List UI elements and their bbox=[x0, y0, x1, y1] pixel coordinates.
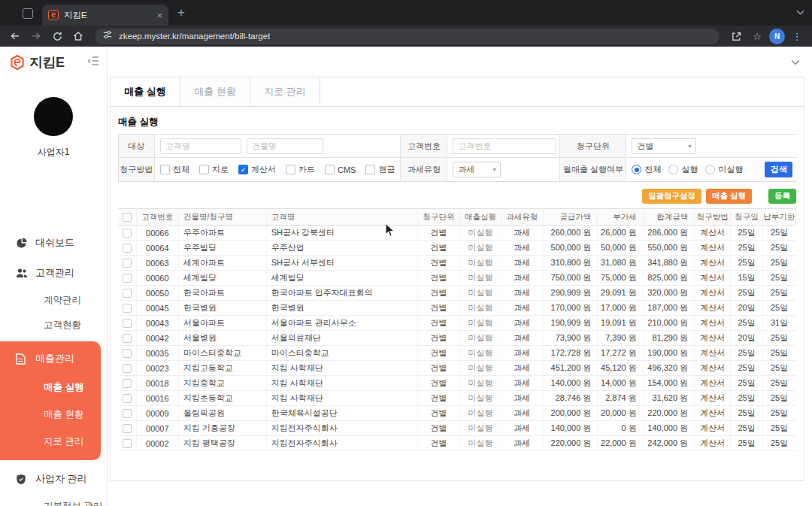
app-logo[interactable]: 지킴E bbox=[9, 53, 65, 71]
bill-unit-select[interactable]: 건별 ▾ bbox=[632, 138, 696, 154]
column-header[interactable]: 부가세 bbox=[598, 209, 643, 226]
address-bar[interactable]: zkeep.myster.kr/management/bill-target bbox=[95, 29, 720, 44]
row-checkbox[interactable] bbox=[123, 334, 132, 343]
cell-select bbox=[118, 421, 136, 436]
row-checkbox[interactable] bbox=[123, 424, 132, 433]
home-icon[interactable] bbox=[69, 28, 87, 44]
sidebar-item-basic-info[interactable]: 기본정보 관리 bbox=[0, 494, 107, 506]
filter-customer-no-cell bbox=[447, 135, 560, 158]
run-sales-button[interactable]: 매출 실행 bbox=[706, 189, 752, 204]
billing-method-checkbox[interactable]: 지로 bbox=[199, 164, 229, 175]
tab-close-icon[interactable]: × bbox=[156, 10, 162, 21]
user-avatar[interactable] bbox=[34, 97, 73, 136]
sidebar-item-sales-status[interactable]: 매출 현황 bbox=[0, 401, 101, 428]
cell-run-status: 미실행 bbox=[460, 406, 501, 421]
table-row[interactable]: 00060 세계빌딩 세계빌딩 건별 미실행 과세 750,000 원 75,0… bbox=[118, 271, 796, 286]
monthly-run-radio[interactable]: 전체 bbox=[632, 164, 661, 175]
row-checkbox[interactable] bbox=[123, 229, 132, 238]
window-icon[interactable] bbox=[23, 8, 33, 19]
browser-menu-icon[interactable]: ⋮ bbox=[788, 28, 806, 44]
refresh-icon[interactable] bbox=[48, 28, 66, 44]
column-header[interactable]: 청구단위 bbox=[417, 209, 459, 226]
table-row[interactable]: 00007 지킴 기흥공장 지킴전자주식회사 건별 미실행 과세 140,000… bbox=[118, 421, 796, 436]
column-header[interactable]: 청구방법 bbox=[695, 209, 731, 226]
tab-sales-status[interactable]: 매출 현황 bbox=[180, 77, 250, 106]
browser-tab[interactable]: e 지킴E × bbox=[42, 5, 168, 26]
table-row[interactable]: 00066 우주아파트 SH공사 강북센터 건별 미실행 과세 260,000 … bbox=[118, 226, 796, 241]
search-button[interactable]: 검색 bbox=[765, 162, 792, 177]
row-checkbox[interactable] bbox=[123, 379, 132, 388]
tax-type-select[interactable]: 과세 ▾ bbox=[453, 162, 501, 177]
forward-icon[interactable] bbox=[27, 28, 45, 44]
table-row[interactable]: 00002 지킴 평택공장 지킴전자주식회사 건별 미실행 과세 220,000… bbox=[118, 436, 796, 451]
back-icon[interactable] bbox=[6, 28, 24, 44]
column-header[interactable]: 공급가액 bbox=[543, 209, 597, 226]
cell-method: 계산서 bbox=[695, 436, 731, 451]
sidebar-item-contracts[interactable]: 계약관리 bbox=[0, 288, 107, 313]
header-chevron-down-icon[interactable] bbox=[791, 55, 800, 68]
billing-method-checkbox[interactable]: 현금 bbox=[365, 164, 395, 175]
table-row[interactable]: 00063 세계아파트 SH공사 서부센터 건별 미실행 과세 310,800 … bbox=[118, 256, 796, 271]
column-header[interactable]: 건물명/청구명 bbox=[178, 209, 266, 226]
row-checkbox[interactable] bbox=[123, 244, 132, 253]
column-header[interactable]: 매출실행 bbox=[460, 209, 501, 226]
row-checkbox[interactable] bbox=[123, 439, 132, 448]
bookmark-star-icon[interactable]: ☆ bbox=[748, 28, 766, 44]
share-icon[interactable] bbox=[727, 28, 745, 44]
sidebar-item-sales[interactable]: 매출관리 bbox=[0, 344, 101, 374]
column-header[interactable]: 납부기한 bbox=[762, 209, 795, 226]
sidebar-collapse-icon[interactable] bbox=[88, 56, 99, 69]
building-name-input[interactable] bbox=[247, 138, 323, 154]
table-row[interactable]: 00009 올림픽공원 한국체육시설공단 건별 미실행 과세 200,000 원… bbox=[118, 406, 796, 421]
sidebar-item-sales-run[interactable]: 매출 실행 bbox=[0, 374, 101, 401]
sidebar-item-dashboard[interactable]: 대쉬보드 bbox=[0, 228, 107, 258]
table-row[interactable]: 00043 서울아파트 서울아파트 관리사무소 건별 미실행 과세 190,90… bbox=[118, 316, 796, 331]
table-row[interactable]: 00064 우주빌딩 우주산업 건별 미실행 과세 500,000 원 50,0… bbox=[118, 241, 796, 256]
table-row[interactable]: 00023 지킴고등학교 지킴 사학재단 건별 미실행 과세 451,200 원… bbox=[118, 361, 796, 376]
row-checkbox[interactable] bbox=[123, 289, 132, 298]
register-button[interactable]: 등록 bbox=[768, 189, 796, 204]
monthly-run-radio[interactable]: 실행 bbox=[668, 164, 698, 175]
bulk-billing-button[interactable]: 일괄청구설정 bbox=[642, 189, 701, 204]
tab-list-chevron-icon[interactable] bbox=[796, 5, 804, 18]
table-row[interactable]: 00050 한국아파트 한국아파트 입주자대표회의 건별 미실행 과세 290,… bbox=[118, 286, 796, 301]
row-checkbox[interactable] bbox=[123, 259, 132, 268]
tab-sales-run[interactable]: 매출 실행 bbox=[111, 77, 180, 106]
column-header[interactable]: 합계금액 bbox=[643, 209, 694, 226]
row-checkbox[interactable] bbox=[123, 394, 132, 403]
row-checkbox[interactable] bbox=[123, 364, 132, 373]
site-settings-icon[interactable] bbox=[102, 29, 113, 43]
column-header[interactable]: 고객번호 bbox=[136, 209, 178, 226]
table-row[interactable]: 00042 서울병원 서울의료재단 건별 미실행 과세 73,900 원 7,3… bbox=[118, 331, 796, 346]
sidebar-item-customer-status[interactable]: 고객현황 bbox=[0, 313, 107, 338]
billing-method-checkbox[interactable]: 전체 bbox=[160, 164, 189, 175]
column-header[interactable]: 청구일 bbox=[731, 209, 762, 226]
browser-profile-avatar[interactable]: N bbox=[769, 29, 785, 44]
sidebar-item-giro[interactable]: 지로 관리 bbox=[0, 428, 101, 455]
table-row[interactable]: 00035 마이스터중학교 마이스터중학교 건별 미실행 과세 172,728 … bbox=[118, 346, 796, 361]
customer-name-input[interactable] bbox=[160, 138, 241, 154]
cell-customer: 마이스터중학교 bbox=[266, 346, 417, 361]
tab-giro[interactable]: 지로 관리 bbox=[250, 77, 320, 106]
monthly-run-radio[interactable]: 미실행 bbox=[705, 164, 743, 175]
billing-method-checkbox[interactable]: 카드 bbox=[286, 164, 315, 175]
row-checkbox[interactable] bbox=[123, 319, 132, 328]
billing-method-checkbox[interactable]: 계산서 bbox=[238, 164, 276, 175]
new-tab-icon[interactable]: + bbox=[177, 5, 185, 20]
sidebar-item-customers[interactable]: 고객관리 bbox=[0, 258, 107, 288]
table-row[interactable]: 00018 지킴중학교 지킴 사학재단 건별 미실행 과세 140,000 원 … bbox=[118, 376, 796, 391]
sidebar-item-business[interactable]: 사업자 관리 bbox=[0, 464, 107, 494]
row-checkbox[interactable] bbox=[123, 274, 132, 283]
column-header[interactable]: 과세유형 bbox=[501, 209, 543, 226]
row-checkbox[interactable] bbox=[123, 349, 132, 358]
select-all-checkbox[interactable] bbox=[123, 213, 132, 222]
cell-customer-no: 00018 bbox=[136, 376, 178, 391]
cell-customer-no: 00060 bbox=[136, 271, 178, 286]
billing-method-checkbox[interactable]: CMS bbox=[325, 165, 356, 174]
row-checkbox[interactable] bbox=[123, 409, 132, 418]
customer-no-input[interactable] bbox=[453, 138, 556, 154]
cell-unit: 건별 bbox=[417, 436, 459, 451]
table-row[interactable]: 00016 지킴초등학교 지킴 사학재단 건별 미실행 과세 28,746 원 … bbox=[118, 391, 796, 406]
table-row[interactable]: 00045 한국병원 한국병원 건별 미실행 과세 170,000 원 17,0… bbox=[118, 301, 796, 316]
row-checkbox[interactable] bbox=[123, 304, 132, 313]
